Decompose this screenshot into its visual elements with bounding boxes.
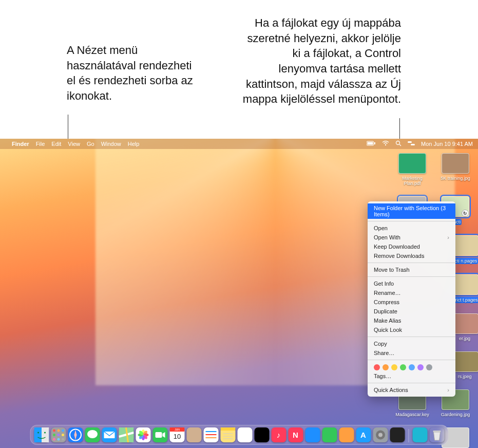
- file-label: rs.jpeg: [457, 374, 472, 379]
- context-menu-label: Quick Look: [374, 327, 402, 333]
- tag-color-dot[interactable]: [426, 364, 432, 370]
- dock-app-trash[interactable]: [429, 427, 444, 442]
- svg-point-11: [44, 432, 46, 434]
- file-label: Marketing Plan.pdf: [394, 176, 431, 186]
- context-menu-label: Rename…: [374, 290, 401, 296]
- dock-app-settings[interactable]: [373, 427, 388, 442]
- dock-app-numbers[interactable]: [322, 427, 337, 442]
- svg-rect-43: [205, 434, 216, 435]
- control-center-icon[interactable]: [408, 141, 415, 147]
- menu-edit[interactable]: Edit: [51, 141, 61, 147]
- menu-separator: [368, 263, 455, 263]
- svg-rect-44: [205, 437, 216, 438]
- tag-color-row: [368, 362, 455, 371]
- context-menu-item[interactable]: Quick Look: [368, 325, 455, 334]
- menu-window[interactable]: Window: [101, 141, 121, 147]
- dock-app-contacts[interactable]: [186, 427, 201, 442]
- tag-color-dot[interactable]: [383, 364, 389, 370]
- dock-app-messages[interactable]: [85, 427, 100, 442]
- svg-rect-42: [205, 431, 216, 432]
- dock-app-pages[interactable]: [339, 427, 354, 442]
- tag-color-dot[interactable]: [374, 364, 380, 370]
- dock-app-maps[interactable]: [119, 427, 133, 442]
- svg-point-3: [385, 144, 386, 145]
- battery-icon[interactable]: [367, 141, 376, 147]
- svg-point-12: [53, 430, 55, 432]
- context-menu-item[interactable]: Keep Downloaded: [368, 242, 455, 251]
- svg-rect-45: [220, 427, 235, 431]
- context-menu-item[interactable]: Move to Trash: [368, 265, 455, 274]
- context-menu-item[interactable]: Get Info: [368, 279, 455, 288]
- dock-app-music[interactable]: ♪: [271, 427, 286, 442]
- dock-app-news[interactable]: N: [288, 427, 303, 442]
- svg-point-14: [62, 430, 64, 432]
- context-menu-item[interactable]: Make Alias: [368, 316, 455, 325]
- tag-color-dot[interactable]: [400, 364, 406, 370]
- context-menu-item[interactable]: Share…: [368, 348, 455, 358]
- context-menu-label: Compress: [374, 299, 399, 305]
- menu-go[interactable]: Go: [87, 141, 94, 147]
- tag-color-dot[interactable]: [417, 364, 424, 370]
- context-menu-item[interactable]: Rename…: [368, 288, 455, 297]
- menu-separator: [368, 337, 455, 337]
- svg-point-18: [53, 438, 55, 441]
- dock-app-freeform[interactable]: [237, 427, 252, 442]
- dock-app-facetime[interactable]: [152, 427, 167, 442]
- tag-color-dot[interactable]: [409, 364, 415, 370]
- menu-separator: [368, 383, 455, 383]
- dock-app-mail[interactable]: [102, 427, 117, 442]
- svg-text:10: 10: [173, 433, 180, 440]
- desktop[interactable]: Finder File Edit View Go Window Help Mon…: [0, 139, 478, 448]
- svg-point-13: [57, 430, 60, 432]
- svg-point-25: [87, 430, 98, 438]
- context-menu-item[interactable]: Compress: [368, 297, 455, 307]
- context-menu-item[interactable]: Remove Downloads: [368, 251, 455, 260]
- context-menu-label: Get Info: [374, 281, 394, 287]
- svg-point-10: [37, 432, 39, 434]
- context-menu-item[interactable]: Open: [368, 223, 455, 233]
- svg-rect-37: [155, 432, 162, 438]
- dock-app-safari[interactable]: [68, 427, 83, 442]
- tag-color-dot[interactable]: [391, 364, 397, 370]
- svg-point-17: [62, 434, 64, 436]
- desktop-file[interactable]: Marketing Plan.pdf: [394, 153, 431, 186]
- context-menu-label: Copy: [374, 341, 387, 347]
- context-menu-label: Keep Downloaded: [374, 244, 420, 250]
- dock-app-finder[interactable]: [34, 427, 49, 442]
- context-menu: New Folder with Selection (3 Items)OpenO…: [368, 201, 455, 397]
- context-menu-item[interactable]: Copy: [368, 339, 455, 348]
- context-menu-item[interactable]: Quick Actions: [368, 385, 455, 395]
- svg-rect-1: [368, 142, 373, 145]
- dock-container: JUN10♪NA: [30, 425, 448, 445]
- dock-app-calendar[interactable]: JUN10: [169, 427, 184, 442]
- dock-divider: [408, 429, 409, 442]
- dock-app-iphone-mirroring[interactable]: [390, 427, 405, 442]
- context-menu-item[interactable]: Open With: [368, 233, 455, 242]
- menubar-datetime[interactable]: Mon Jun 10 9:41 AM: [421, 141, 473, 147]
- menu-help[interactable]: Help: [128, 141, 140, 147]
- dock-app-appstore[interactable]: A: [356, 427, 371, 442]
- context-menu-item[interactable]: Tags…: [368, 371, 455, 381]
- dock-app-keynote[interactable]: [305, 427, 320, 442]
- dock-app-reminders[interactable]: [203, 427, 218, 442]
- spotlight-icon[interactable]: [395, 140, 401, 147]
- dock-app-photos[interactable]: [136, 427, 150, 442]
- menu-file[interactable]: File: [36, 141, 45, 147]
- svg-point-19: [57, 438, 60, 441]
- callout-view-menu: A Nézet menü használatával rendezheti el…: [67, 43, 200, 104]
- dock-app-downloads[interactable]: [412, 427, 427, 442]
- menu-separator: [368, 360, 455, 360]
- context-menu-label: Open: [374, 225, 388, 231]
- dock-app-launchpad[interactable]: [51, 427, 66, 442]
- desktop-file[interactable]: 5K training.jpg: [437, 153, 474, 186]
- context-menu-item[interactable]: Duplicate: [368, 307, 455, 316]
- app-menu-finder[interactable]: Finder: [12, 141, 29, 147]
- dock-app-notes[interactable]: [220, 427, 235, 442]
- context-menu-item[interactable]: New Folder with Selection (3 Items): [368, 203, 455, 219]
- menu-view[interactable]: View: [68, 141, 80, 147]
- dock: JUN10♪NA: [30, 425, 448, 445]
- menu-separator: [368, 221, 455, 221]
- dock-app-tv[interactable]: [254, 427, 269, 442]
- svg-point-50: [378, 433, 383, 437]
- wifi-icon[interactable]: [382, 141, 389, 147]
